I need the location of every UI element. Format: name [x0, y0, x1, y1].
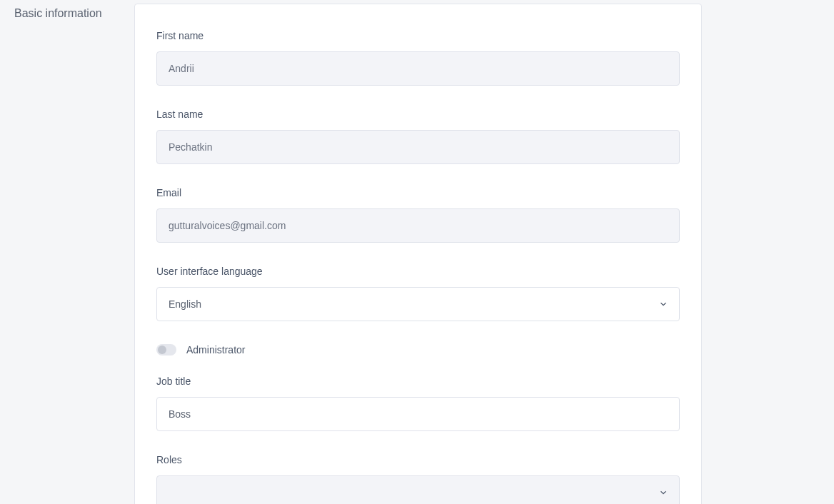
job-title-label: Job title: [156, 376, 680, 387]
language-select[interactable]: [156, 287, 680, 321]
roles-label: Roles: [156, 454, 680, 465]
administrator-toggle[interactable]: [156, 344, 176, 356]
job-title-group: Job title: [156, 376, 680, 431]
email-label: Email: [156, 187, 680, 198]
administrator-label: Administrator: [186, 344, 245, 356]
administrator-toggle-row: Administrator: [156, 344, 680, 356]
email-group: Email: [156, 187, 680, 243]
language-group: User interface language: [156, 266, 680, 321]
toggle-knob: [158, 346, 166, 354]
first-name-group: First name: [156, 30, 680, 86]
roles-select-wrapper: [156, 475, 680, 504]
language-select-wrapper: [156, 287, 680, 321]
section-title-column: Basic information: [0, 4, 134, 504]
last-name-label: Last name: [156, 109, 680, 120]
roles-group: Roles: [156, 454, 680, 504]
page-container: Basic information First name Last name E…: [0, 0, 834, 504]
email-input[interactable]: [156, 208, 680, 243]
roles-select[interactable]: [156, 475, 680, 504]
section-title: Basic information: [14, 7, 134, 20]
first-name-label: First name: [156, 30, 680, 41]
language-label: User interface language: [156, 266, 680, 277]
first-name-input[interactable]: [156, 51, 680, 86]
last-name-group: Last name: [156, 109, 680, 164]
basic-information-card: First name Last name Email User interfac…: [134, 4, 702, 504]
job-title-input[interactable]: [156, 397, 680, 431]
last-name-input[interactable]: [156, 130, 680, 164]
